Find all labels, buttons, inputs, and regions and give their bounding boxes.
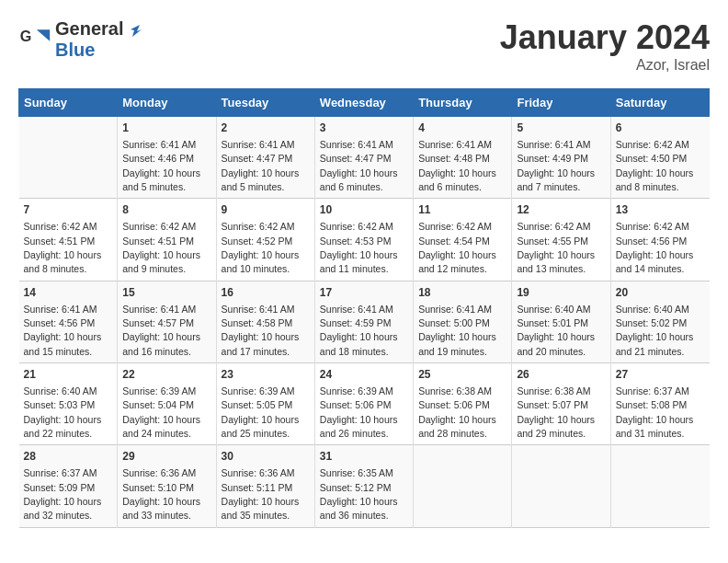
day-cell: 5 Sunrise: 6:41 AMSunset: 4:49 PMDayligh…	[512, 117, 610, 199]
day-number: 21	[24, 367, 113, 383]
day-detail: Sunrise: 6:41 AMSunset: 4:46 PMDaylight:…	[122, 139, 200, 192]
day-cell: 27 Sunrise: 6:37 AMSunset: 5:08 PMDaylig…	[610, 363, 709, 445]
day-number: 4	[418, 121, 506, 136]
day-number: 27	[616, 367, 705, 383]
logo-line1: General	[55, 18, 123, 40]
day-number: 29	[122, 449, 210, 465]
day-detail: Sunrise: 6:39 AMSunset: 5:06 PMDaylight:…	[320, 385, 398, 439]
svg-text:G: G	[20, 28, 32, 44]
month-title: January 2024	[500, 18, 710, 57]
day-detail: Sunrise: 6:39 AMSunset: 5:05 PMDaylight:…	[222, 385, 300, 439]
day-cell	[19, 117, 118, 199]
day-detail: Sunrise: 6:42 AMSunset: 4:56 PMDaylight:…	[616, 221, 694, 274]
day-detail: Sunrise: 6:41 AMSunset: 4:47 PMDaylight:…	[320, 139, 398, 192]
day-cell: 8 Sunrise: 6:42 AMSunset: 4:51 PMDayligh…	[118, 199, 216, 281]
day-detail: Sunrise: 6:40 AMSunset: 5:02 PMDaylight:…	[616, 304, 694, 357]
day-cell: 12 Sunrise: 6:42 AMSunset: 4:55 PMDaylig…	[512, 199, 610, 281]
day-number: 9	[222, 202, 310, 218]
week-row-4: 21 Sunrise: 6:40 AMSunset: 5:03 PMDaylig…	[19, 363, 710, 445]
day-number: 15	[122, 285, 210, 301]
day-number: 28	[24, 449, 113, 465]
day-cell: 6 Sunrise: 6:42 AMSunset: 4:50 PMDayligh…	[610, 117, 709, 199]
day-number: 10	[320, 202, 408, 218]
day-detail: Sunrise: 6:42 AMSunset: 4:53 PMDaylight:…	[320, 221, 398, 274]
day-number: 17	[320, 285, 408, 301]
col-header-friday: Friday	[512, 89, 610, 117]
day-number: 25	[418, 367, 506, 383]
day-number: 30	[222, 449, 310, 465]
day-cell: 22 Sunrise: 6:39 AMSunset: 5:04 PMDaylig…	[118, 363, 216, 445]
day-detail: Sunrise: 6:42 AMSunset: 4:55 PMDaylight:…	[517, 221, 595, 274]
day-cell: 29 Sunrise: 6:36 AMSunset: 5:10 PMDaylig…	[118, 445, 216, 527]
day-detail: Sunrise: 6:37 AMSunset: 5:08 PMDaylight:…	[616, 385, 694, 439]
day-detail: Sunrise: 6:42 AMSunset: 4:50 PMDaylight:…	[616, 139, 694, 192]
day-cell: 13 Sunrise: 6:42 AMSunset: 4:56 PMDaylig…	[610, 199, 709, 281]
week-row-1: 1 Sunrise: 6:41 AMSunset: 4:46 PMDayligh…	[19, 117, 710, 199]
day-number: 7	[24, 202, 113, 218]
week-row-5: 28 Sunrise: 6:37 AMSunset: 5:09 PMDaylig…	[19, 445, 710, 527]
day-detail: Sunrise: 6:40 AMSunset: 5:01 PMDaylight:…	[517, 304, 595, 357]
day-detail: Sunrise: 6:41 AMSunset: 4:49 PMDaylight:…	[517, 139, 595, 192]
header-row: SundayMondayTuesdayWednesdayThursdayFrid…	[19, 89, 710, 117]
day-detail: Sunrise: 6:42 AMSunset: 4:52 PMDaylight:…	[222, 221, 300, 274]
col-header-saturday: Saturday	[610, 89, 709, 117]
location: Azor, Israel	[500, 57, 710, 74]
logo-line2: Blue	[55, 40, 142, 61]
day-detail: Sunrise: 6:42 AMSunset: 4:54 PMDaylight:…	[418, 221, 496, 274]
day-number: 12	[517, 202, 605, 218]
day-cell	[414, 445, 512, 527]
day-detail: Sunrise: 6:41 AMSunset: 4:56 PMDaylight:…	[24, 304, 102, 357]
day-detail: Sunrise: 6:42 AMSunset: 4:51 PMDaylight:…	[24, 221, 102, 274]
day-cell: 7 Sunrise: 6:42 AMSunset: 4:51 PMDayligh…	[19, 199, 118, 281]
day-number: 24	[320, 367, 408, 383]
day-cell: 18 Sunrise: 6:41 AMSunset: 5:00 PMDaylig…	[414, 281, 512, 362]
day-cell: 24 Sunrise: 6:39 AMSunset: 5:06 PMDaylig…	[314, 363, 413, 445]
day-number: 18	[418, 285, 506, 301]
day-number: 11	[418, 202, 506, 218]
day-detail: Sunrise: 6:42 AMSunset: 4:51 PMDaylight:…	[122, 221, 200, 274]
day-cell: 19 Sunrise: 6:40 AMSunset: 5:01 PMDaylig…	[512, 281, 610, 362]
day-number: 1	[122, 121, 210, 136]
day-number: 5	[517, 121, 605, 136]
day-number: 26	[517, 367, 605, 383]
day-cell: 11 Sunrise: 6:42 AMSunset: 4:54 PMDaylig…	[414, 199, 512, 281]
day-cell: 21 Sunrise: 6:40 AMSunset: 5:03 PMDaylig…	[19, 363, 118, 445]
day-number: 8	[122, 202, 210, 218]
day-cell: 28 Sunrise: 6:37 AMSunset: 5:09 PMDaylig…	[19, 445, 118, 527]
day-number: 13	[616, 202, 705, 218]
day-detail: Sunrise: 6:36 AMSunset: 5:11 PMDaylight:…	[222, 467, 300, 521]
day-cell: 16 Sunrise: 6:41 AMSunset: 4:58 PMDaylig…	[216, 281, 314, 362]
week-row-3: 14 Sunrise: 6:41 AMSunset: 4:56 PMDaylig…	[19, 281, 710, 362]
day-number: 14	[24, 285, 113, 301]
day-cell: 9 Sunrise: 6:42 AMSunset: 4:52 PMDayligh…	[216, 199, 314, 281]
day-detail: Sunrise: 6:41 AMSunset: 4:47 PMDaylight:…	[222, 139, 300, 192]
day-number: 23	[222, 367, 310, 383]
day-cell: 2 Sunrise: 6:41 AMSunset: 4:47 PMDayligh…	[216, 117, 314, 199]
svg-marker-2	[131, 25, 142, 37]
day-cell: 23 Sunrise: 6:39 AMSunset: 5:05 PMDaylig…	[216, 363, 314, 445]
day-cell: 30 Sunrise: 6:36 AMSunset: 5:11 PMDaylig…	[216, 445, 314, 527]
day-detail: Sunrise: 6:38 AMSunset: 5:07 PMDaylight:…	[517, 385, 595, 439]
day-detail: Sunrise: 6:35 AMSunset: 5:12 PMDaylight:…	[320, 467, 398, 521]
day-number: 20	[616, 285, 705, 301]
col-header-sunday: Sunday	[19, 89, 118, 117]
day-detail: Sunrise: 6:41 AMSunset: 4:57 PMDaylight:…	[122, 304, 200, 357]
day-cell: 25 Sunrise: 6:38 AMSunset: 5:06 PMDaylig…	[414, 363, 512, 445]
day-number: 31	[320, 449, 408, 465]
day-detail: Sunrise: 6:36 AMSunset: 5:10 PMDaylight:…	[122, 467, 200, 521]
col-header-thursday: Thursday	[414, 89, 512, 117]
day-number: 19	[517, 285, 605, 301]
day-cell: 15 Sunrise: 6:41 AMSunset: 4:57 PMDaylig…	[118, 281, 216, 362]
day-cell	[512, 445, 610, 527]
day-detail: Sunrise: 6:41 AMSunset: 5:00 PMDaylight:…	[418, 304, 496, 357]
day-cell	[610, 445, 709, 527]
logo-icon: G	[18, 23, 51, 56]
day-number: 3	[320, 121, 408, 136]
day-cell: 17 Sunrise: 6:41 AMSunset: 4:59 PMDaylig…	[314, 281, 413, 362]
day-cell: 10 Sunrise: 6:42 AMSunset: 4:53 PMDaylig…	[314, 199, 413, 281]
day-detail: Sunrise: 6:37 AMSunset: 5:09 PMDaylight:…	[24, 467, 102, 521]
page-header: G General Blue January 2024 Azor, Israel	[18, 18, 710, 74]
day-cell: 3 Sunrise: 6:41 AMSunset: 4:47 PMDayligh…	[314, 117, 413, 199]
day-number: 2	[222, 121, 310, 136]
col-header-tuesday: Tuesday	[216, 89, 314, 117]
